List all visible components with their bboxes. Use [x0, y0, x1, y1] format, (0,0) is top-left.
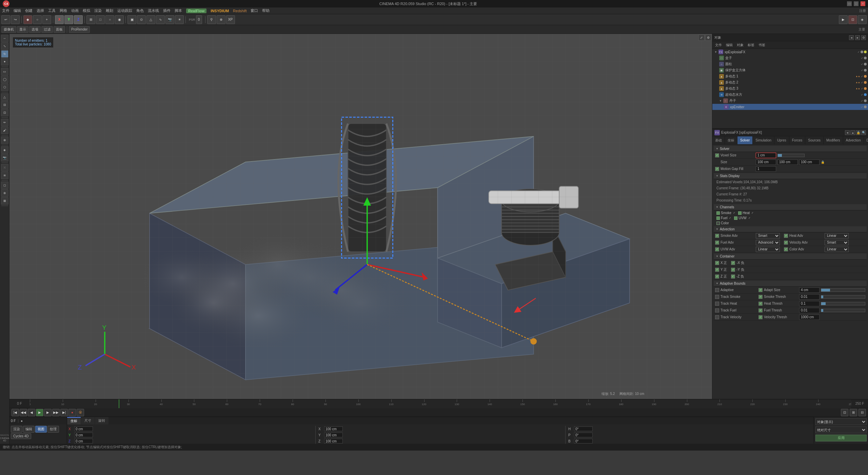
next-key-button[interactable]: ▶▶ — [52, 409, 60, 416]
uvw-adv-checkbox[interactable]: ✓ — [715, 247, 719, 251]
cone-create-button[interactable]: △ — [146, 15, 155, 24]
rot-p-input[interactable] — [574, 433, 593, 437]
tab-simulation[interactable]: Simulation — [753, 136, 774, 145]
magnet-button[interactable]: ⚲ — [207, 15, 216, 24]
z-axis-button[interactable]: Z — [74, 15, 83, 24]
menu-animate[interactable]: 动画 — [71, 8, 79, 13]
tab-display[interactable]: Display — [864, 136, 868, 145]
prop-arrow-up[interactable]: ▴ — [850, 130, 855, 135]
cube-create-button[interactable]: ▣ — [127, 15, 136, 24]
menu-tools[interactable]: 工具 — [48, 8, 56, 13]
render-to-po-button[interactable]: ⊞ — [850, 409, 857, 416]
motion-gap-checkbox[interactable]: ✓ — [715, 167, 719, 171]
snap-face-button[interactable]: ⊡ — [1, 109, 8, 116]
obj-collapse-button[interactable]: ◂ — [849, 35, 854, 40]
select-circle-button[interactable]: ◯ — [1, 76, 8, 83]
transform-tab-coord[interactable]: 坐标 — [67, 417, 81, 424]
menu-sculpt[interactable]: 雕刻 — [106, 8, 113, 13]
menu-render[interactable]: 渲染 — [94, 8, 102, 13]
y-pos-cb[interactable]: ✓ — [715, 268, 719, 272]
close-button[interactable]: ✕ — [861, 1, 865, 6]
heat-thresh-checkbox[interactable]: ✓ — [758, 302, 763, 306]
color-adv-dropdown[interactable]: Linear Smart Advanced — [825, 247, 849, 252]
menu-register[interactable]: 注册 — [859, 8, 866, 13]
cylinder-create-button[interactable]: ⊙ — [137, 15, 146, 24]
object-mode-button[interactable]: ○ — [33, 15, 42, 24]
smoke-adv-dropdown[interactable]: Smart Linear Advanced — [756, 233, 780, 239]
particle-tool-button[interactable]: ⁙ — [1, 164, 8, 171]
snap-edge-button[interactable]: ⊟ — [1, 101, 8, 109]
nurbs-button[interactable]: ∿ — [156, 15, 165, 24]
obj-item-dyn2[interactable]: ▲ 多动态 2 ▲▲ ✓ — [712, 79, 868, 86]
undo-button[interactable]: ↩ — [1, 15, 10, 24]
adaptive-checkbox[interactable] — [715, 288, 719, 292]
fuel-adv-dropdown[interactable]: Smart Linear Advanced — [756, 240, 780, 245]
psr-value-display[interactable]: 0 — [196, 15, 202, 24]
obj-item-water[interactable]: ≋ 超动态水方 ✓ — [712, 92, 868, 98]
pos-x-input[interactable] — [74, 426, 93, 431]
redo-button[interactable]: ↪ — [11, 15, 20, 24]
sphere-tool-button[interactable]: ◉ — [115, 15, 124, 24]
heat-thresh-slider[interactable] — [821, 302, 865, 305]
size-x-input[interactable] — [756, 159, 776, 165]
render-region-button[interactable]: ⊡ — [841, 409, 848, 416]
timeline-ruler[interactable]: 0102030405060708090100110120130140150160… — [30, 399, 851, 408]
motion-gap-input[interactable] — [756, 166, 776, 172]
rot-b-input[interactable] — [574, 439, 593, 443]
go-start-button[interactable]: |◀ — [12, 409, 19, 416]
menu-mesh[interactable]: 网格 — [60, 8, 67, 13]
solver-section-header[interactable]: ▼ Solver — [714, 146, 867, 152]
fuel-thresh-slider[interactable] — [821, 309, 865, 312]
heat-adv-dropdown[interactable]: Linear Smart Advanced — [825, 233, 849, 239]
obj-item-box[interactable]: □ 盒子 ✓ — [712, 55, 868, 61]
model-mode-button[interactable]: ◆ — [23, 15, 32, 24]
abs-size-dropdown[interactable]: 绝对尺寸 — [815, 426, 867, 433]
grid-tool-button[interactable]: ⊞ — [86, 15, 95, 24]
render-button[interactable]: ⊡ — [848, 15, 857, 24]
apply-button[interactable]: 应用 — [815, 435, 867, 441]
voxel-size-checkbox[interactable]: ✓ — [715, 153, 719, 157]
go-end-button[interactable]: ▶| — [60, 409, 68, 416]
velocity-thresh-checkbox[interactable]: ✓ — [758, 315, 763, 319]
vel-adv-checkbox[interactable]: ✓ — [784, 241, 788, 245]
box-tool-button[interactable]: □ — [96, 15, 105, 24]
panel-menu-button[interactable]: 面板 — [54, 26, 65, 33]
tab-edit-b[interactable]: 编辑 — [23, 426, 35, 433]
obj-toolbar-file[interactable]: 文件 — [714, 43, 723, 48]
menu-motiontrack[interactable]: 运动跟踪 — [117, 8, 132, 13]
track-velocity-checkbox[interactable] — [715, 315, 719, 319]
camera-navigate-button[interactable]: 📷 — [1, 154, 8, 162]
z-neg-cb[interactable]: ✓ — [731, 274, 735, 279]
tab-coordinate[interactable]: 坐标 — [725, 136, 737, 145]
obj-item-protbox[interactable]: ▣ 保护盒立方体 ✓ — [712, 67, 868, 73]
maximize-viewport-button[interactable]: ⤢ — [698, 35, 705, 41]
transform-tool-button[interactable]: ✦ — [1, 58, 8, 65]
adapt-size-checkbox[interactable]: ✓ — [758, 288, 763, 292]
voxel-size-input[interactable] — [756, 153, 776, 158]
xpresso-button[interactable]: XP — [226, 15, 235, 24]
fuel-adv-checkbox[interactable]: ✓ — [715, 241, 719, 245]
obj-settings-button[interactable]: ⚙ — [861, 35, 866, 40]
obj-toolbar-edit[interactable]: 编辑 — [725, 43, 734, 48]
options-menu-button[interactable]: 选项 — [29, 26, 41, 33]
tab-forces[interactable]: Forces — [789, 136, 806, 145]
auto-key-button[interactable]: ⦿ — [77, 409, 84, 416]
extra-tool-1-button[interactable]: ◻ — [1, 182, 8, 189]
prev-frame-button[interactable]: ◀ — [28, 409, 35, 416]
size-y-input2[interactable] — [324, 433, 343, 437]
pos-y-input[interactable] — [74, 433, 93, 437]
obj-item-cylinder[interactable]: ○ 圆柱 ✓ — [712, 61, 868, 67]
advection-section-header[interactable]: ▼ Advection — [714, 226, 867, 232]
tab-advection[interactable]: Advection — [843, 136, 864, 145]
menu-edit[interactable]: 编辑 — [14, 8, 21, 13]
stats-section-header[interactable]: ▼ Stats Display — [714, 173, 867, 179]
light-button[interactable]: ☀ — [175, 15, 184, 24]
smoke-checkbox[interactable] — [716, 211, 720, 215]
object-display-dropdown[interactable]: 对象(显示) — [815, 418, 867, 425]
voxel-size-slider[interactable] — [777, 154, 805, 157]
uvw-adv-dropdown[interactable]: Linear Smart Advanced — [756, 247, 780, 252]
heat-checkbox[interactable] — [738, 211, 742, 215]
menu-simulate[interactable]: 模拟 — [83, 8, 90, 13]
size-z-input[interactable] — [799, 159, 820, 165]
settings-viewport-button[interactable]: ⚙ — [705, 35, 711, 41]
